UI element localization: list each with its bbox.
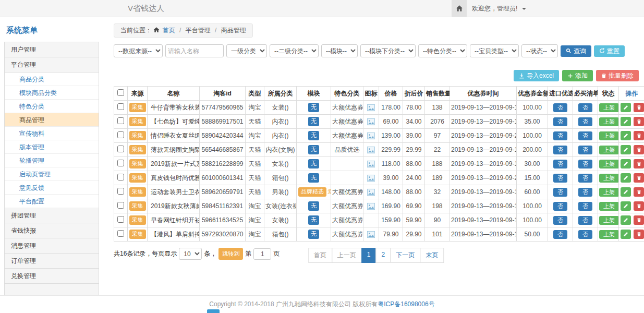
page-button-3[interactable]: 2 — [376, 248, 391, 263]
row-checkbox[interactable] — [117, 117, 124, 124]
delete-button[interactable] — [634, 173, 644, 183]
search-button[interactable]: 查询 — [561, 45, 591, 57]
sidebar-item-platform-config[interactable]: 平台配置 — [5, 195, 99, 208]
edit-button[interactable] — [621, 103, 631, 112]
row-checkbox[interactable] — [117, 103, 124, 110]
sidebar-item-product-management[interactable]: 商品管理 — [5, 113, 99, 127]
category-level2-select[interactable]: --二级分类-- — [270, 44, 319, 57]
import-select-button[interactable]: 否 — [553, 230, 567, 239]
status-button[interactable]: 上架 — [599, 117, 619, 126]
import-select-button[interactable]: 否 — [553, 131, 567, 140]
delete-button[interactable] — [634, 187, 644, 197]
jump-button[interactable]: 跳转到 — [218, 248, 243, 260]
batch-delete-button[interactable]: 批量删除 — [596, 70, 639, 81]
edit-button[interactable] — [621, 131, 631, 140]
edit-button[interactable] — [621, 187, 631, 197]
page-number-input[interactable] — [253, 248, 271, 260]
delete-button[interactable] — [634, 159, 644, 168]
row-checkbox[interactable] — [117, 202, 124, 209]
page-button-0[interactable]: 首页 — [308, 248, 332, 263]
page-button-4[interactable]: 下一页 — [390, 248, 420, 263]
reset-button[interactable]: 重置 — [594, 45, 625, 57]
page-button-2[interactable]: 1 — [361, 248, 376, 263]
per-page-select[interactable]: 10 — [179, 248, 202, 260]
must-buy-button[interactable]: 否 — [578, 174, 592, 183]
delete-button[interactable] — [634, 117, 644, 126]
status-select[interactable]: --状态-- — [521, 44, 558, 57]
sidebar-item-groupbuy-management[interactable]: 拼团管理 — [5, 208, 99, 223]
import-select-button[interactable]: 否 — [553, 216, 567, 225]
status-button[interactable]: 上架 — [599, 216, 619, 225]
delete-button[interactable] — [634, 131, 644, 140]
sidebar-item-user-management[interactable]: 用户管理 — [5, 42, 99, 57]
select-all-checkbox[interactable] — [117, 89, 124, 96]
icp-link[interactable]: 粤ICP备16098006号 — [378, 300, 434, 309]
sidebar-item-promo-materials[interactable]: 宣传物料 — [5, 127, 99, 140]
sidebar-item-splash-page-management[interactable]: 启动页管理 — [5, 167, 99, 181]
page-button-1[interactable]: 上一页 — [332, 248, 362, 263]
must-buy-button[interactable]: 否 — [578, 188, 592, 197]
edit-button[interactable] — [621, 230, 631, 239]
status-button[interactable]: 上架 — [599, 131, 619, 140]
status-button[interactable]: 上架 — [599, 146, 619, 154]
category-level1-select[interactable]: 一级分类 — [226, 44, 267, 57]
edit-button[interactable] — [621, 117, 631, 126]
sidebar-item-module-product-category[interactable]: 模块商品分类 — [5, 86, 99, 100]
import-select-button[interactable]: 否 — [553, 117, 567, 126]
sidebar-item-saving-express[interactable]: 省钱快报 — [5, 223, 99, 238]
must-buy-button[interactable]: 否 — [578, 146, 592, 154]
data-source-select[interactable]: --数据来源-- — [114, 44, 163, 57]
home-button[interactable] — [452, 0, 467, 17]
user-menu[interactable]: 欢迎您，管理员! — [472, 0, 526, 17]
sidebar-item-order-management[interactable]: 订单管理 — [5, 254, 99, 269]
import-select-button[interactable]: 否 — [553, 146, 567, 154]
row-checkbox[interactable] — [117, 216, 124, 223]
status-button[interactable]: 上架 — [599, 188, 619, 197]
sidebar-item-version-management[interactable]: 版本管理 — [5, 140, 99, 154]
must-buy-button[interactable]: 否 — [578, 202, 592, 211]
page-button-5[interactable]: 末页 — [420, 248, 444, 263]
edit-button[interactable] — [621, 159, 631, 168]
edit-button[interactable] — [621, 201, 631, 211]
status-button[interactable]: 上架 — [599, 103, 619, 112]
module-sub-category-select[interactable]: --模块下分类-- — [360, 44, 416, 57]
name-input[interactable] — [165, 44, 224, 57]
breadcrumb-home-link[interactable]: 首页 — [163, 27, 175, 34]
featured-category-select[interactable]: --特色分类-- — [418, 44, 467, 57]
status-button[interactable]: 上架 — [599, 160, 619, 168]
must-buy-button[interactable]: 否 — [578, 216, 592, 225]
edit-button[interactable] — [621, 173, 631, 183]
import-select-button[interactable]: 否 — [553, 174, 567, 183]
must-buy-button[interactable]: 否 — [578, 131, 592, 140]
sidebar-item-featured-category[interactable]: 特色分类 — [5, 100, 99, 113]
sidebar-item-product-category[interactable]: 商品分类 — [5, 73, 99, 86]
sidebar-item-exchange-management[interactable]: 兑换管理 — [5, 269, 99, 284]
status-button[interactable]: 上架 — [599, 230, 619, 239]
row-checkbox[interactable] — [117, 174, 124, 180]
must-buy-button[interactable]: 否 — [578, 117, 592, 126]
item-type-select[interactable]: --宝贝类型-- — [470, 44, 519, 57]
status-button[interactable]: 上架 — [599, 174, 619, 183]
import-select-button[interactable]: 否 — [553, 160, 567, 168]
module-select[interactable]: --模块-- — [321, 44, 358, 57]
row-checkbox[interactable] — [117, 160, 124, 166]
row-checkbox[interactable] — [117, 131, 124, 138]
delete-button[interactable] — [634, 215, 644, 225]
edit-button[interactable] — [621, 215, 631, 225]
row-checkbox[interactable] — [117, 230, 124, 237]
must-buy-button[interactable]: 否 — [578, 230, 592, 239]
import-excel-button[interactable]: 导入excel — [514, 70, 559, 81]
import-select-button[interactable]: 否 — [553, 188, 567, 197]
row-checkbox[interactable] — [117, 146, 124, 152]
sidebar-item-feedback[interactable]: 意见反馈 — [5, 181, 99, 195]
sidebar-item-message-management[interactable]: 消息管理 — [5, 238, 99, 254]
must-buy-button[interactable]: 否 — [578, 160, 592, 168]
delete-button[interactable] — [634, 103, 644, 112]
delete-button[interactable] — [634, 230, 644, 239]
import-select-button[interactable]: 否 — [553, 103, 567, 112]
delete-button[interactable] — [634, 145, 644, 154]
sidebar-item-clipped-item[interactable] — [5, 284, 99, 295]
edit-button[interactable] — [621, 145, 631, 154]
add-button[interactable]: 添加 — [562, 70, 593, 81]
sidebar-item-carousel-management[interactable]: 轮播管理 — [5, 154, 99, 167]
